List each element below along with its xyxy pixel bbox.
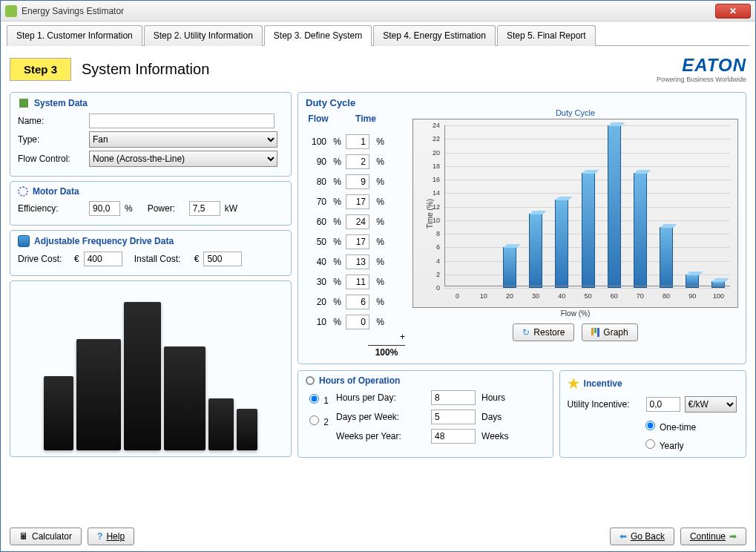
hours-per-day-input[interactable] [431, 390, 476, 405]
duty-time-input-70[interactable] [346, 194, 369, 209]
days-per-week-input[interactable] [431, 410, 476, 424]
duty-time-input-100[interactable] [346, 134, 369, 149]
restore-button[interactable]: ↻Restore [513, 323, 574, 341]
duty-row: 40%% [306, 252, 405, 272]
chart-bar [634, 170, 647, 288]
duty-time-input-80[interactable] [346, 174, 369, 189]
incentive-unit-select[interactable]: €/kW [685, 396, 737, 413]
clock-icon [306, 376, 315, 385]
weeks-per-year-input[interactable] [431, 429, 476, 444]
name-input[interactable] [89, 114, 275, 128]
graph-button[interactable]: Graph [582, 323, 637, 341]
chart-bar [608, 122, 621, 288]
duty-time-input-30[interactable] [346, 275, 369, 289]
system-data-panel: System Data Name: Type:Fan Flow Control:… [10, 92, 292, 177]
power-input[interactable] [189, 201, 220, 216]
tab-step-2[interactable]: Step 2. Utility Information [144, 25, 263, 46]
close-button[interactable]: ✕ [715, 4, 751, 19]
chart-bar [660, 224, 673, 288]
install-cost-input[interactable] [203, 252, 242, 266]
motor-data-panel: Motor Data Efficiency: % Power: kW [10, 181, 292, 226]
hours-option-2[interactable]: 2 [306, 413, 329, 427]
incentive-panel: ★Incentive Utility Incentive: €/kW One-t… [559, 370, 746, 458]
type-select[interactable]: Fan [89, 131, 277, 148]
tab-step-3[interactable]: Step 3. Define System [264, 25, 372, 46]
duty-cycle-panel: Duty Cycle Flow Time 100%%90%%80%%70%%60… [298, 92, 746, 364]
tab-step-1[interactable]: Step 1. Customer Information [7, 25, 142, 46]
tab-step-5[interactable]: Step 5. Final Report [497, 25, 596, 46]
duty-time-input-60[interactable] [346, 214, 369, 229]
duty-row: 10%% [306, 312, 405, 332]
incentive-input[interactable] [646, 397, 680, 412]
chart-bar [555, 197, 568, 288]
list-icon [18, 97, 30, 109]
calculator-icon: 🖩 [19, 531, 28, 542]
duty-row: 100%% [306, 131, 405, 151]
chart-bar [711, 278, 725, 288]
incentive-yearly[interactable]: Yearly [642, 437, 684, 451]
go-back-button[interactable]: ⬅Go Back [610, 528, 674, 545]
star-icon: ★ [568, 375, 579, 392]
app-icon [5, 5, 17, 17]
chart-bar [503, 244, 516, 288]
page-title: System Information [82, 61, 209, 78]
tab-step-4[interactable]: Step 4. Energy Estimation [373, 25, 496, 46]
duty-row: 60%% [306, 211, 405, 231]
hours-option-1[interactable]: 1 [306, 392, 329, 406]
drive-cost-input[interactable] [84, 252, 122, 266]
duty-time-input-50[interactable] [346, 234, 369, 249]
arrow-left-icon: ⬅ [619, 531, 627, 542]
database-icon [18, 235, 30, 247]
help-icon: ? [97, 531, 102, 542]
duty-time-input-10[interactable] [346, 315, 369, 329]
arrow-right-icon: ➡ [729, 531, 737, 542]
incentive-onetime[interactable]: One-time [642, 422, 697, 433]
help-button[interactable]: ?Help [88, 528, 134, 545]
chart-bar [686, 272, 699, 288]
duty-row: 70%% [306, 191, 405, 211]
product-image [10, 280, 292, 457]
hours-panel: Hours of Operation 1 2 Hours per Day:Hou… [298, 370, 553, 458]
duty-time-input-20[interactable] [346, 295, 369, 309]
duty-row: 80%% [306, 171, 405, 191]
chart-title: Duty Cycle [412, 108, 738, 117]
duty-row: 50%% [306, 231, 405, 252]
eaton-logo: EATON Powering Business Worldwide [657, 55, 746, 83]
duty-row: 90%% [306, 151, 405, 171]
calculator-button[interactable]: 🖩Calculator [10, 528, 82, 545]
chart-bar [582, 170, 595, 288]
afd-panel: Adjustable Frequency Drive Data Drive Co… [10, 230, 292, 276]
chart-bar [529, 211, 542, 288]
duty-row: 30%% [306, 272, 405, 292]
flow-control-select[interactable]: None (Across-the-Line) [89, 151, 277, 167]
duty-time-input-40[interactable] [346, 254, 369, 269]
duty-cycle-chart: Time (%) 0246810121416182022240102030405… [412, 119, 738, 308]
efficiency-input[interactable] [89, 201, 120, 216]
step-badge: Step 3 [10, 58, 71, 81]
window-title: Energy Savings Estimator [22, 6, 715, 16]
duty-time-input-90[interactable] [346, 154, 369, 169]
gear-icon [18, 186, 28, 197]
continue-button[interactable]: Continue➡ [680, 528, 746, 545]
duty-row: 20%% [306, 292, 405, 312]
